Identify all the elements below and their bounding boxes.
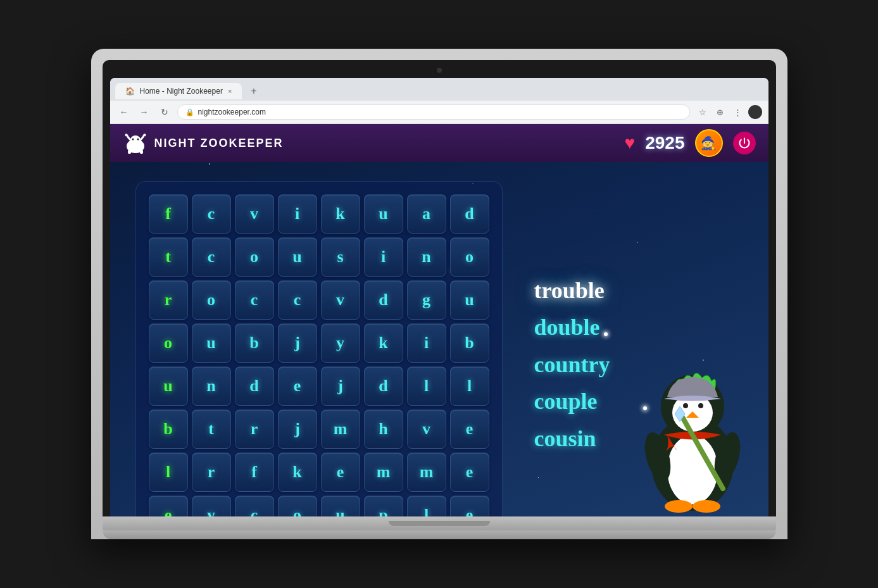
grid-cell[interactable]: r bbox=[235, 410, 274, 449]
grid-cell[interactable]: o bbox=[192, 280, 231, 320]
grid-cell[interactable]: g bbox=[407, 280, 446, 320]
back-button[interactable]: ← bbox=[116, 104, 132, 120]
grid-cell[interactable]: u bbox=[450, 280, 489, 320]
grid-cell[interactable]: k bbox=[278, 453, 317, 492]
grid-cell[interactable]: o bbox=[235, 237, 274, 277]
grid-cell[interactable]: u bbox=[192, 323, 231, 363]
logo-area: NIGHT ZOOKEEPER bbox=[123, 132, 284, 154]
grid-cell[interactable]: u bbox=[149, 366, 188, 406]
grid-cell[interactable]: c bbox=[192, 237, 231, 277]
bookmark-button[interactable]: ☆ bbox=[695, 104, 710, 120]
word-list-item[interactable]: country bbox=[534, 349, 610, 380]
grid-cell[interactable]: e bbox=[149, 496, 188, 516]
grid-cell[interactable]: c bbox=[235, 496, 274, 516]
grid-cell[interactable]: d bbox=[235, 366, 274, 406]
grid-cell[interactable]: u bbox=[278, 237, 317, 277]
grid-cell[interactable]: j bbox=[278, 323, 317, 363]
grid-cell[interactable]: s bbox=[321, 237, 360, 277]
tab-close-button[interactable]: × bbox=[228, 87, 232, 95]
tab-favicon: 🏠 bbox=[125, 87, 135, 96]
refresh-button[interactable]: ↻ bbox=[157, 104, 172, 120]
address-bar[interactable]: 🔒 nightzookeeper.com bbox=[177, 104, 690, 120]
grid-cell[interactable]: n bbox=[407, 237, 446, 277]
grid-cell[interactable]: u bbox=[321, 496, 360, 516]
grid-cell[interactable]: m bbox=[364, 453, 403, 492]
grid-cell[interactable]: o bbox=[450, 237, 489, 277]
word-grid-container: fcvikuadtcousinoroccvdguoubjykibundejdll… bbox=[135, 181, 503, 516]
grid-cell[interactable]: e bbox=[321, 453, 360, 492]
grid-cell[interactable]: j bbox=[321, 366, 360, 406]
grid-cell[interactable]: e bbox=[450, 453, 489, 492]
grid-cell[interactable]: y bbox=[321, 323, 360, 363]
grid-cell[interactable]: b bbox=[235, 323, 274, 363]
word-list-item[interactable]: trouble bbox=[534, 275, 610, 306]
game-header: NIGHT ZOOKEEPER ♥ 2925 🧙 bbox=[110, 124, 768, 162]
svg-point-13 bbox=[698, 403, 703, 408]
grid-cell[interactable]: i bbox=[278, 194, 317, 234]
forward-button[interactable]: → bbox=[137, 104, 152, 120]
grid-cell[interactable]: d bbox=[450, 194, 489, 234]
grid-cell[interactable]: e bbox=[450, 496, 489, 516]
zoom-button[interactable]: ⊕ bbox=[713, 104, 728, 120]
heart-icon: ♥ bbox=[625, 133, 636, 153]
game-container: NIGHT ZOOKEEPER ♥ 2925 🧙 bbox=[110, 124, 768, 516]
grid-cell[interactable]: o bbox=[278, 496, 317, 516]
grid-cell[interactable]: t bbox=[192, 410, 231, 449]
grid-cell[interactable]: l bbox=[407, 366, 446, 406]
grid-cell[interactable]: k bbox=[364, 323, 403, 363]
grid-cell[interactable]: t bbox=[149, 237, 188, 277]
menu-button[interactable]: ⋮ bbox=[731, 104, 746, 120]
svg-point-18 bbox=[693, 500, 720, 513]
grid-cell[interactable]: h bbox=[364, 410, 403, 449]
active-tab[interactable]: 🏠 Home - Night Zookeeper × bbox=[115, 83, 242, 99]
new-tab-button[interactable]: + bbox=[244, 82, 263, 101]
url-text: nightzookeeper.com bbox=[198, 108, 266, 116]
grid-cell[interactable]: i bbox=[364, 237, 403, 277]
grid-cell[interactable]: b bbox=[149, 410, 188, 449]
grid-cell[interactable]: e bbox=[278, 366, 317, 406]
word-list-item[interactable]: double bbox=[534, 311, 610, 343]
grid-cell[interactable]: c bbox=[192, 194, 231, 234]
toolbar-actions: ☆ ⊕ ⋮ bbox=[695, 104, 762, 120]
grid-cell[interactable]: j bbox=[278, 410, 317, 449]
grid-cell[interactable]: v bbox=[321, 280, 360, 320]
browser-tabs: 🏠 Home - Night Zookeeper × + bbox=[110, 78, 768, 101]
grid-cell[interactable]: l bbox=[407, 496, 446, 516]
grid-cell[interactable]: d bbox=[364, 280, 403, 320]
grid-cell[interactable]: l bbox=[149, 453, 188, 492]
grid-cell[interactable]: c bbox=[235, 280, 274, 320]
grid-cell[interactable]: r bbox=[149, 280, 188, 320]
power-button[interactable] bbox=[733, 132, 756, 154]
grid-cell[interactable]: d bbox=[364, 366, 403, 406]
tab-title: Home - Night Zookeeper bbox=[140, 87, 223, 96]
grid-cell[interactable]: n bbox=[192, 366, 231, 406]
grid-cell[interactable]: v bbox=[407, 410, 446, 449]
grid-cell[interactable]: k bbox=[321, 194, 360, 234]
grid-cell[interactable]: a bbox=[407, 194, 446, 234]
camera-dot bbox=[437, 68, 442, 73]
word-list-item[interactable]: cousin bbox=[534, 423, 610, 454]
grid-cell[interactable]: e bbox=[450, 410, 489, 449]
grid-cell[interactable]: f bbox=[235, 453, 274, 492]
word-list-item[interactable]: couple bbox=[534, 385, 610, 417]
grid-cell[interactable]: v bbox=[235, 194, 274, 234]
header-right: ♥ 2925 🧙 bbox=[625, 129, 756, 157]
grid-cell[interactable]: p bbox=[364, 496, 403, 516]
grid-cell[interactable]: m bbox=[407, 453, 446, 492]
grid-cell[interactable]: o bbox=[149, 323, 188, 363]
grid-cell[interactable]: b bbox=[450, 323, 489, 363]
grid-cell[interactable]: u bbox=[364, 194, 403, 234]
grid-cell[interactable]: f bbox=[149, 194, 188, 234]
grid-cell[interactable]: y bbox=[192, 496, 231, 516]
svg-point-4 bbox=[132, 138, 134, 140]
grid-cell[interactable]: m bbox=[321, 410, 360, 449]
player-avatar[interactable]: 🧙 bbox=[695, 129, 723, 157]
grid-cell[interactable]: c bbox=[278, 280, 317, 320]
grid-cell[interactable]: r bbox=[192, 453, 231, 492]
grid-cell[interactable]: i bbox=[407, 323, 446, 363]
profile-avatar[interactable] bbox=[748, 105, 762, 119]
browser-toolbar: ← → ↻ 🔒 nightzookeeper.com ☆ ⊕ ⋮ bbox=[110, 101, 768, 124]
svg-point-5 bbox=[137, 138, 139, 140]
score-display: 2925 bbox=[645, 133, 684, 153]
grid-cell[interactable]: l bbox=[450, 366, 489, 406]
